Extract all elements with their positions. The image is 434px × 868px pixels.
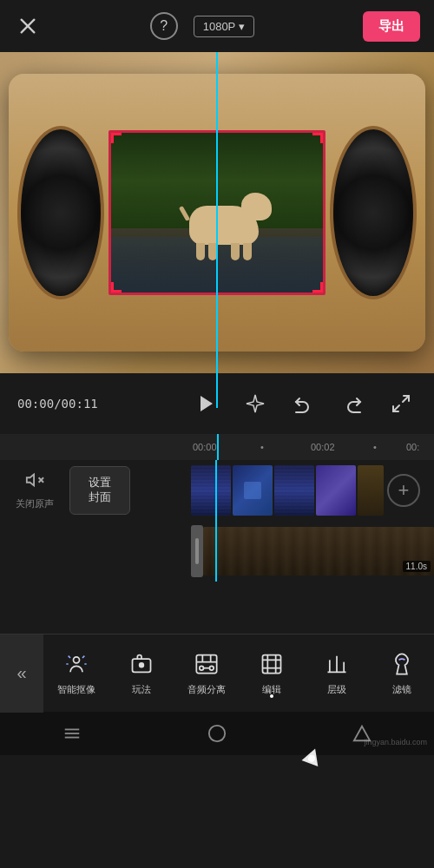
audio-split-label: 音频分离: [187, 683, 226, 696]
mute-icon: [25, 470, 44, 494]
watermark: jingyan.baidu.com: [364, 738, 427, 746]
effects-icon: [128, 650, 155, 678]
close-button[interactable]: [14, 12, 42, 40]
ruler-mark-4: 00:: [406, 442, 419, 452]
ruler-mark-3: •: [373, 442, 377, 452]
keyframe-button[interactable]: [240, 388, 271, 419]
collapse-button[interactable]: «: [0, 635, 43, 713]
svg-point-10: [73, 657, 79, 663]
tool-effects[interactable]: 玩法: [108, 643, 174, 703]
smart-portrait-icon: [62, 650, 90, 678]
clip-1[interactable]: 11.0s: [203, 527, 434, 575]
bottom-toolbar: « 智能抠像 玩法: [0, 634, 434, 712]
layers-icon: [323, 650, 351, 678]
corner-br: [312, 282, 323, 293]
nav-menu-button[interactable]: [50, 716, 94, 751]
collapse-icon: «: [16, 663, 26, 683]
dog-leg-1: [196, 243, 205, 260]
control-buttons: [191, 388, 417, 419]
tool-items: 智能抠像 玩法: [43, 643, 434, 703]
ruler-mark-1: •: [260, 442, 264, 452]
thumbnail-1: [191, 465, 231, 516]
ruler-mark-0: 00:00: [193, 442, 217, 452]
svg-marker-3: [247, 395, 264, 412]
svg-marker-6: [27, 475, 34, 486]
tool-filter[interactable]: 滤镜: [369, 643, 434, 703]
top-center-controls: ? 1080P ▾: [150, 12, 255, 40]
ruler-mark-2: 00:02: [311, 442, 335, 452]
nav-home-button[interactable]: [195, 716, 239, 751]
corner-bl: [111, 282, 122, 293]
nav-bar: [0, 712, 434, 755]
svg-point-15: [199, 666, 203, 670]
tool-audio-split[interactable]: 音频分离: [174, 643, 239, 703]
svg-rect-18: [262, 655, 280, 674]
filter-icon: [388, 650, 416, 678]
filter-label: 滤镜: [392, 683, 411, 696]
video-thumbnails: [191, 464, 384, 516]
trim-handle[interactable]: [191, 525, 203, 577]
track-label-row-2: [0, 521, 191, 582]
resolution-button[interactable]: 1080P ▾: [194, 16, 255, 37]
svg-line-4: [403, 396, 409, 402]
redo-button[interactable]: [337, 388, 368, 419]
export-button[interactable]: 导出: [363, 11, 420, 42]
ruler-playhead: [217, 434, 219, 460]
svg-rect-9: [244, 482, 261, 499]
edit-icon: [258, 650, 286, 678]
help-button[interactable]: ?: [150, 12, 178, 40]
track-label-row-1: 关闭原声 设置 封面: [0, 460, 191, 521]
dog-leg-3: [231, 243, 240, 260]
second-track-row[interactable]: 11.0s: [191, 521, 434, 582]
clip-1-thumbnail: [203, 527, 434, 575]
fullscreen-button[interactable]: [385, 388, 417, 419]
tracks-container: 关闭原声 设置 封面 +: [0, 460, 434, 634]
playhead-indicator: [216, 52, 218, 408]
duration-badge: 11.0s: [403, 561, 431, 572]
svg-line-5: [393, 405, 399, 411]
dog-leg-4: [243, 243, 252, 260]
set-cover-button[interactable]: 设置 封面: [69, 466, 130, 515]
effects-label: 玩法: [132, 683, 151, 696]
tool-layers[interactable]: 层级: [304, 643, 369, 703]
svg-point-16: [209, 666, 214, 670]
top-bar: ? 1080P ▾ 导出: [0, 0, 434, 52]
add-clip-button[interactable]: +: [387, 474, 420, 507]
audio-split-icon: [193, 650, 220, 678]
thumbnail-4: [316, 465, 356, 516]
layers-label: 层级: [327, 683, 346, 696]
dog-body: [189, 206, 259, 245]
speaker-left: [17, 126, 104, 299]
svg-marker-2: [201, 396, 213, 411]
dog-silhouette: [189, 206, 259, 245]
trim-handle-inner: [195, 538, 199, 564]
video-track-row[interactable]: +: [191, 460, 434, 521]
tool-smart-portrait[interactable]: 智能抠像: [43, 643, 108, 703]
time-display: 00:00/00:11: [17, 397, 98, 411]
thumbnail-2: [233, 465, 273, 516]
smart-portrait-label: 智能抠像: [57, 683, 95, 696]
svg-point-12: [139, 663, 143, 667]
tool-edit[interactable]: 编辑: [239, 643, 304, 703]
dog-head: [241, 193, 272, 220]
mute-button[interactable]: 关闭原声: [0, 470, 69, 510]
svg-point-30: [209, 726, 225, 741]
mute-label: 关闭原声: [16, 497, 54, 510]
svg-rect-13: [196, 655, 216, 674]
thumbnail-5: [358, 465, 384, 516]
track-content: + 11.0s: [191, 460, 434, 634]
corner-tl: [111, 133, 122, 143]
tracks-playhead: [215, 460, 217, 582]
thumbnail-3: [274, 465, 314, 516]
second-track-clips: 11.0s: [203, 527, 434, 575]
track-label-area: 关闭原声 设置 封面: [0, 460, 191, 634]
speaker-right: [330, 126, 417, 299]
undo-button[interactable]: [288, 388, 319, 419]
timeline-ruler: 00:00 • 00:02 • 00:: [0, 434, 434, 460]
corner-tr: [312, 133, 323, 143]
